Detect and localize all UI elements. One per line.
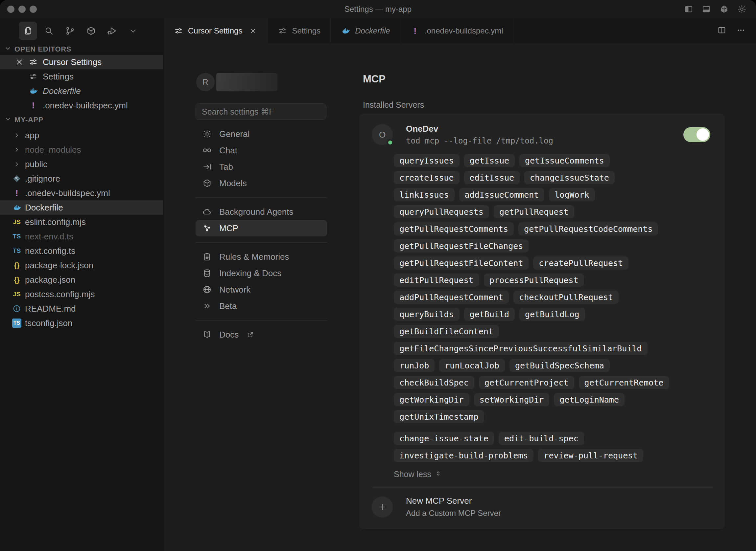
tab-dockerfile[interactable]: Dockerfile: [331, 18, 400, 43]
tool-chip-addissuecomment[interactable]: addIssueComment: [459, 188, 545, 201]
tool-chip-getbuildfilecontent[interactable]: getBuildFileContent: [394, 325, 499, 338]
tool-chip-getworkingdir[interactable]: getWorkingDir: [394, 393, 469, 406]
prompt-chip-review-pull-request[interactable]: review-pull-request: [538, 449, 643, 462]
prompt-chip-change-issue-state[interactable]: change-issue-state: [394, 432, 494, 445]
exclamation-icon: !: [12, 188, 22, 198]
cube-filled-icon[interactable]: [719, 4, 729, 14]
nav-item-models[interactable]: Models: [196, 175, 327, 191]
new-mcp-server-button[interactable]: New MCP Server Add a Custom MCP Server: [372, 496, 710, 518]
tool-chip-getissuecomments[interactable]: getIssueComments: [519, 154, 610, 167]
tool-chip-getunixtimestamp[interactable]: getUnixTimestamp: [394, 410, 484, 423]
panel-left-icon[interactable]: [684, 4, 694, 14]
close-icon[interactable]: [15, 58, 24, 66]
nav-item-general[interactable]: General: [196, 126, 327, 142]
tool-row: queryIssuesgetIssuegetIssueComments: [394, 154, 710, 167]
file-row-public[interactable]: public: [0, 157, 163, 171]
nav-item-beta[interactable]: Beta: [196, 298, 327, 314]
file-row-gitignore[interactable]: .gitignore: [0, 171, 163, 186]
tool-chip-getbuildspecschema[interactable]: getBuildSpecSchema: [509, 359, 610, 372]
panel-bottom-icon[interactable]: [702, 4, 711, 14]
open-editor-dockerfile[interactable]: Dockerfile: [0, 84, 163, 98]
nav-item-indexing-docs[interactable]: Indexing & Docs: [196, 265, 327, 282]
gear-icon[interactable]: [737, 4, 747, 14]
user-avatar[interactable]: R: [196, 73, 215, 91]
show-less-button[interactable]: Show less: [394, 469, 442, 479]
tool-chip-editissue[interactable]: editIssue: [464, 171, 520, 184]
tool-chip-logwork[interactable]: logWork: [549, 188, 594, 201]
file-row-dockerfile[interactable]: Dockerfile: [0, 200, 163, 215]
tab-onedev-buildspec-yml[interactable]: !.onedev-buildspec.yml: [400, 18, 513, 43]
open-editor-onedev-buildspec-yml[interactable]: !.onedev-buildspec.yml: [0, 98, 163, 113]
tool-chip-getbuild[interactable]: getBuild: [464, 308, 515, 321]
split-editor-icon[interactable]: [717, 26, 726, 36]
file-row-tsconfig-json[interactable]: TStsconfig.json: [0, 316, 163, 330]
file-row-node-modules[interactable]: node_modules: [0, 142, 163, 157]
tool-chip-checkbuildspec[interactable]: checkBuildSpec: [394, 376, 474, 389]
tool-chip-getpullrequestcodecomments[interactable]: getPullRequestCodeComments: [518, 222, 658, 235]
tab-cursor-settings[interactable]: Cursor Settings: [164, 18, 268, 43]
nav-item-docs[interactable]: Docs: [196, 327, 327, 343]
nav-item-background-agents[interactable]: Background Agents: [196, 203, 327, 220]
tool-chip-getcurrentremote[interactable]: getCurrentRemote: [579, 376, 669, 389]
tool-chip-checkoutpullrequest[interactable]: checkoutPullRequest: [513, 291, 618, 304]
file-row-postcss-config-mjs[interactable]: JSpostcss.config.mjs: [0, 287, 163, 302]
files-icon[interactable]: [19, 22, 37, 40]
project-header[interactable]: MY-APP: [0, 113, 163, 127]
file-row-next-config-ts[interactable]: TSnext.config.ts: [0, 244, 163, 258]
tool-chip-getpullrequestfilechanges[interactable]: getPullRequestFileChanges: [394, 239, 529, 252]
tool-chip-getloginname[interactable]: getLoginName: [554, 393, 624, 406]
file-row-package-json[interactable]: {}package.json: [0, 272, 163, 287]
tool-chip-changeissuestate[interactable]: changeIssueState: [524, 171, 615, 184]
tool-chip-getpullrequestfilecontent[interactable]: getPullRequestFileContent: [394, 256, 529, 269]
tool-chip-createissue[interactable]: createIssue: [394, 171, 460, 184]
search-icon[interactable]: [40, 22, 58, 40]
tool-chip-getpullrequest[interactable]: getPullRequest: [494, 205, 574, 218]
file-row-eslint-config-mjs[interactable]: JSeslint.config.mjs: [0, 215, 163, 229]
tool-chip-createpullrequest[interactable]: createPullRequest: [533, 256, 628, 269]
file-row-package-lock-json[interactable]: {}package-lock.json: [0, 258, 163, 272]
show-less-label: Show less: [394, 470, 431, 479]
more-actions-icon[interactable]: [736, 26, 745, 36]
file-row-next-env-d-ts[interactable]: TSnext-env.d.ts: [0, 229, 163, 244]
tool-chip-getfilechangessinceprevioussuccessfulsimilarbuild[interactable]: getFileChangesSincePreviousSuccessfulSim…: [394, 342, 648, 355]
tool-chip-addpullrequestcomment[interactable]: addPullRequestComment: [394, 291, 509, 304]
tab-settings[interactable]: Settings: [268, 18, 331, 43]
nav-item-mcp[interactable]: MCP: [196, 220, 327, 236]
prompt-chip-edit-build-spec[interactable]: edit-build-spec: [499, 432, 584, 445]
close-icon[interactable]: [249, 27, 257, 35]
tool-chip-linkissues[interactable]: linkIssues: [394, 188, 455, 201]
debug-icon[interactable]: [103, 22, 121, 40]
tool-chip-getpullrequestcomments[interactable]: getPullRequestComments: [394, 222, 514, 235]
nav-item-tab[interactable]: Tab: [196, 159, 327, 175]
open-editor-cursor-settings[interactable]: Cursor Settings: [0, 55, 163, 69]
server-avatar-letter: O: [379, 130, 386, 140]
chevron-down-icon[interactable]: [124, 22, 142, 40]
file-row-app[interactable]: app: [0, 128, 163, 142]
tool-chip-runjob[interactable]: runJob: [394, 359, 435, 372]
nav-item-chat[interactable]: Chat: [196, 142, 327, 159]
settings-search-input[interactable]: [196, 103, 326, 120]
tool-chip-editpullrequest[interactable]: editPullRequest: [394, 273, 479, 287]
open-editor-settings[interactable]: Settings: [0, 69, 163, 84]
server-enabled-toggle[interactable]: [683, 127, 710, 142]
extensions-icon[interactable]: [82, 22, 100, 40]
file-name: public: [25, 159, 47, 169]
nav-item-network[interactable]: Network: [196, 282, 327, 298]
tool-chip-getbuildlog[interactable]: getBuildLog: [519, 308, 585, 321]
tool-chip-setworkingdir[interactable]: setWorkingDir: [474, 393, 550, 406]
window-title: Settings — my-app: [0, 0, 756, 18]
open-editors-header[interactable]: OPEN EDITORS: [0, 42, 163, 56]
tool-chip-querypullrequests[interactable]: queryPullRequests: [394, 205, 489, 218]
prompt-chip-investigate-build-problems[interactable]: investigate-build-problems: [394, 449, 533, 462]
toggle-knob: [697, 128, 709, 141]
tool-chip-getcurrentproject[interactable]: getCurrentProject: [479, 376, 574, 389]
file-row-readme-md[interactable]: README.md: [0, 302, 163, 316]
tool-chip-getissue[interactable]: getIssue: [464, 154, 515, 167]
tool-chip-queryissues[interactable]: queryIssues: [394, 154, 460, 167]
tool-chip-runlocaljob[interactable]: runLocalJob: [439, 359, 505, 372]
file-row-onedev-buildspec-yml[interactable]: !.onedev-buildspec.yml: [0, 186, 163, 200]
nav-item-rules-memories[interactable]: Rules & Memories: [196, 248, 327, 265]
tool-chip-processpullrequest[interactable]: processPullRequest: [484, 273, 584, 287]
source-control-icon[interactable]: [61, 22, 79, 40]
tool-chip-querybuilds[interactable]: queryBuilds: [394, 308, 460, 321]
